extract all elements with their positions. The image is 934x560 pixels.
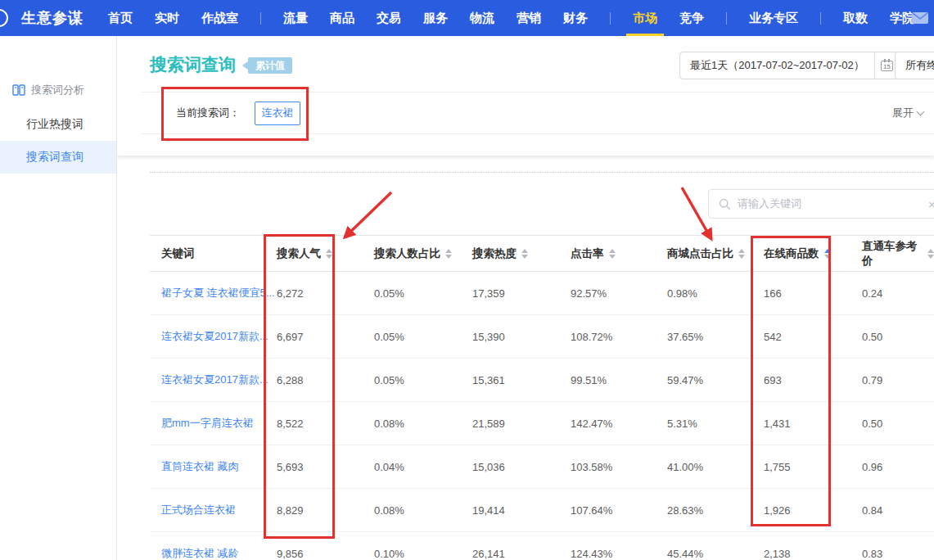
nav-menu: 首页实时作战室流量商品交易服务物流营销财务市场竞争业务专区取数学院 xyxy=(108,0,914,36)
column-header[interactable]: 商城点击占比 xyxy=(667,246,764,261)
sort-icon[interactable] xyxy=(824,249,831,259)
table-cell: 0.50 xyxy=(862,331,934,343)
nav-divider xyxy=(610,12,611,25)
nav-item[interactable]: 财务 xyxy=(563,0,588,36)
table-cell: 0.96 xyxy=(862,461,934,473)
column-label: 关键词 xyxy=(161,246,195,261)
brand-name[interactable]: 生意参谋 xyxy=(21,8,83,28)
nav-item[interactable]: 业务专区 xyxy=(749,0,798,36)
clear-icon[interactable]: × xyxy=(928,197,934,211)
table-cell: 9,856 xyxy=(277,548,374,560)
header-card: 搜索词查询 累计值 最近1天（2017-07-02~2017-07-02） 15… xyxy=(117,36,934,156)
nav-item[interactable]: 实时 xyxy=(155,0,179,36)
keyword-link[interactable]: 微胖连衣裙 减龄 xyxy=(150,546,277,560)
table-cell: 1,431 xyxy=(764,418,862,430)
keyword-link[interactable]: 肥mm一字肩连衣裙 xyxy=(150,416,277,431)
table-row: 微胖连衣裙 减龄9,8560.10%26,141124.43%45.44%2,1… xyxy=(150,532,934,560)
sort-icon[interactable] xyxy=(927,249,934,259)
sidebar-section-label: 搜索词分析 xyxy=(31,83,84,97)
nav-item[interactable]: 竞争 xyxy=(679,0,704,36)
calendar-day: 15 xyxy=(882,61,892,70)
table-cell: 0.04% xyxy=(374,461,472,473)
current-keyword-label: 当前搜索词： xyxy=(176,106,240,120)
table-cell: 0.08% xyxy=(374,504,472,517)
sidebar-item[interactable]: 搜索词查询 xyxy=(0,141,116,174)
nav-item[interactable]: 商品 xyxy=(330,0,354,36)
chevron-down-icon xyxy=(917,107,925,115)
table-cell: 2,138 xyxy=(764,548,862,560)
sort-icon[interactable] xyxy=(609,249,616,259)
table-cell: 6,697 xyxy=(277,331,374,343)
nav-item[interactable]: 交易 xyxy=(377,0,401,36)
table-cell: 99.51% xyxy=(571,374,667,386)
mail-icon[interactable] xyxy=(911,11,929,28)
table-cell: 17,359 xyxy=(472,287,571,300)
keyword-link[interactable]: 连衣裙女夏2017新款... xyxy=(150,373,277,387)
table-cell: 6,272 xyxy=(277,287,374,300)
sort-icon[interactable] xyxy=(326,249,332,259)
table-cell: 0.98% xyxy=(667,287,764,300)
table-body: 裙子女夏 连衣裙便宜5...6,2720.05%17,35992.57%0.98… xyxy=(150,272,934,560)
keyword-link[interactable]: 直筒连衣裙 藏肉 xyxy=(150,459,277,474)
search-analysis-icon xyxy=(12,84,25,96)
brand-logo-icon xyxy=(0,9,8,27)
table-cell: 41.00% xyxy=(667,461,764,473)
table-cell: 8,522 xyxy=(277,418,374,430)
nav-item[interactable]: 取数 xyxy=(843,0,868,36)
table-cell: 45.44% xyxy=(667,548,764,560)
column-label: 搜索人气 xyxy=(277,246,321,261)
expand-toggle[interactable]: 展开 xyxy=(892,106,923,120)
nav-divider xyxy=(260,12,261,25)
table-cell: 92.57% xyxy=(571,287,667,300)
table-cell: 542 xyxy=(764,331,862,343)
table-cell: 59.47% xyxy=(667,374,764,386)
column-header[interactable]: 在线商品数 xyxy=(764,246,862,261)
nav-item[interactable]: 市场 xyxy=(633,0,657,36)
table-cell: 0.84 xyxy=(862,504,934,517)
sidebar-item[interactable]: 行业热搜词 xyxy=(0,108,116,141)
table-cell: 0.10% xyxy=(374,548,472,560)
nav-item[interactable]: 流量 xyxy=(283,0,308,36)
keyword-link[interactable]: 连衣裙女夏2017新款... xyxy=(150,329,277,344)
table-cell: 0.83 xyxy=(862,548,934,560)
table-cell: 19,414 xyxy=(472,504,571,517)
sort-icon[interactable] xyxy=(738,249,745,259)
keyword-search-input[interactable]: 请输入关键词 × xyxy=(708,189,934,219)
table-cell: 0.79 xyxy=(862,374,934,386)
nav-item[interactable]: 作战室 xyxy=(201,0,238,36)
table-cell: 0.50 xyxy=(862,418,934,430)
keyword-link[interactable]: 正式场合连衣裙 xyxy=(150,503,277,517)
sort-icon[interactable] xyxy=(445,249,452,259)
column-label: 搜索人数占比 xyxy=(374,246,440,261)
sidebar-section: 搜索词分析 xyxy=(12,83,84,97)
table-cell: 108.72% xyxy=(571,331,667,343)
column-header[interactable]: 搜索热度 xyxy=(472,246,571,261)
nav-item[interactable]: 首页 xyxy=(108,0,133,36)
keyword-link[interactable]: 裙子女夏 连衣裙便宜5... xyxy=(150,286,277,300)
badge-label: 累计值 xyxy=(248,57,292,74)
cumulative-badge: 累计值 xyxy=(242,57,292,74)
terminal-filter-label: 所有终端 xyxy=(905,58,934,73)
search-placeholder: 请输入关键词 xyxy=(738,196,801,211)
table-cell: 1,926 xyxy=(764,504,862,517)
search-terms-table: 关键词搜索人气搜索人数占比搜索热度点击率商城点击占比在线商品数直通车参考价 裙子… xyxy=(150,235,934,560)
table-cell: 15,036 xyxy=(472,461,571,473)
date-range-picker[interactable]: 最近1天（2017-07-02~2017-07-02） 15 xyxy=(679,52,900,79)
sidebar: 搜索词分析 行业热搜词搜索词查询 xyxy=(0,36,117,560)
date-range-label: 最近1天（2017-07-02~2017-07-02） xyxy=(680,58,874,73)
sort-icon[interactable] xyxy=(521,249,528,259)
nav-item[interactable]: 服务 xyxy=(423,0,448,36)
column-header[interactable]: 直通车参考价 xyxy=(862,239,934,269)
column-header[interactable]: 搜索人数占比 xyxy=(374,246,472,261)
current-keyword-chip[interactable]: 连衣裙 xyxy=(255,102,300,125)
table-cell: 5.31% xyxy=(667,418,764,430)
nav-item[interactable]: 营销 xyxy=(517,0,541,36)
nav-item[interactable]: 物流 xyxy=(470,0,494,36)
table-cell: 142.47% xyxy=(571,418,667,430)
nav-divider xyxy=(820,12,821,25)
table-cell: 5,693 xyxy=(277,461,374,473)
table-cell: 21,589 xyxy=(472,418,571,430)
column-header[interactable]: 点击率 xyxy=(571,246,667,261)
column-header[interactable]: 搜索人气 xyxy=(277,246,374,261)
terminal-filter-button[interactable]: 所有终端 xyxy=(895,52,934,79)
